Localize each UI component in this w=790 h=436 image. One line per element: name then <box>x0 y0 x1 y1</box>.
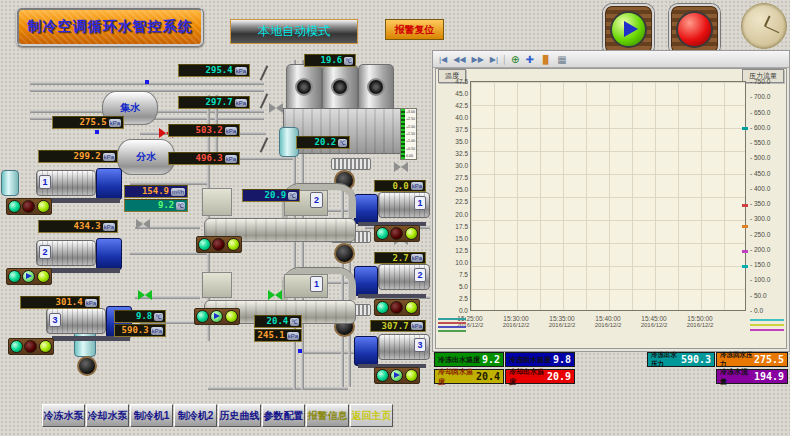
chiller-number: 2 <box>310 192 323 208</box>
bottom-nav: 冷冻水泵 冷却水泵 制冷机1 制冷机2 历史曲线 参数配置 报警信息 返回主页 <box>42 404 394 427</box>
level-label: +1.00 <box>406 139 420 143</box>
tower-basin-temp-display: 20.2℃ <box>296 136 350 149</box>
chart-plot-area[interactable] <box>470 81 746 311</box>
tower-level-gauge: +3.00+2.50+2.00+1.50+1.00+0.500.00 <box>400 108 417 160</box>
system-title: 制冷空调循环水智控系统 <box>16 7 204 47</box>
first-icon[interactable]: |◀ <box>437 55 449 64</box>
y-tick: 47.5 <box>455 78 468 85</box>
y-tick: 10.0 <box>455 259 468 266</box>
line-pressure-display: 503.2kPa <box>168 124 240 137</box>
status-chilled-return-temp: 冷冻回水温度9.8 <box>505 352 575 367</box>
status-chilled-out-press: 冷冻出水压力590.3 <box>647 352 715 367</box>
nav-history-curve[interactable]: 历史曲线 <box>218 404 261 427</box>
y-tick: 750.0 <box>750 78 770 85</box>
fan-icon <box>331 78 349 96</box>
y-tick: 5.0 <box>459 283 468 290</box>
valve-icon[interactable] <box>269 103 283 113</box>
y-tick: 0.0 <box>459 307 468 314</box>
y-tick: 500.0 <box>750 154 770 161</box>
valve-icon[interactable] <box>394 162 408 172</box>
nav-alarm-info[interactable]: 报警信息 <box>306 404 349 427</box>
y-tick: 7.5 <box>459 271 468 278</box>
nav-chilled-pumps[interactable]: 冷冻水泵 <box>42 404 85 427</box>
valve-icon[interactable] <box>136 219 150 229</box>
pump-volute <box>354 336 378 366</box>
clock-icon <box>741 3 787 49</box>
chilled-flow-temp-stack: 154.9m³/h 9.2℃ <box>124 185 188 212</box>
alarm-reset-button[interactable]: 报警复位 <box>385 19 444 40</box>
y-tick: 550.0 <box>750 139 770 146</box>
flow-marker <box>95 130 99 134</box>
nav-cooling-pumps[interactable]: 冷却水泵 <box>86 404 129 427</box>
y-tick: 100.0 <box>750 276 770 283</box>
toolbar-separator: │ <box>502 55 507 64</box>
mode-button[interactable]: 本地自动模式 <box>230 19 358 44</box>
cooling-water-pump-3[interactable]: 3 <box>354 328 432 368</box>
pump2-status-lights <box>6 268 52 285</box>
pump-base <box>42 198 120 203</box>
y-tick: 650.0 <box>750 109 770 116</box>
y-tick: 50.0 <box>750 292 767 299</box>
flex-connector <box>331 158 371 170</box>
y-tick: 200.0 <box>750 246 770 253</box>
fan-icon <box>295 78 313 96</box>
left-axis-ticks: 47.545.042.540.037.535.032.530.027.525.0… <box>438 78 468 314</box>
nav-parameter-config[interactable]: 参数配置 <box>262 404 305 427</box>
forward-icon[interactable]: ▶▶ <box>470 55 486 64</box>
cooling-pump1-status-lights <box>374 225 420 242</box>
legend-left <box>437 315 467 335</box>
chart-toolbar: |◀ ◀◀ ▶▶ ▶| │ ⊕ ✚ ▐▌ ▦ <box>433 51 789 68</box>
stop-icon <box>676 11 713 48</box>
y-tick: 250.0 <box>750 231 770 238</box>
pump1-status-lights <box>6 198 52 215</box>
dosing-tank <box>1 170 19 196</box>
start-button[interactable] <box>603 4 654 55</box>
pump-number: 3 <box>49 313 61 327</box>
y-tick: 600.0 <box>750 124 770 131</box>
chilled-return-temp-display: 9.8℃ <box>114 310 166 323</box>
pipe-break-mark <box>260 137 269 152</box>
last-icon[interactable]: ▶| <box>488 55 500 64</box>
chiller2-status-lights <box>196 236 242 253</box>
nav-return-home[interactable]: 返回主页 <box>350 404 393 427</box>
y-tick: 27.5 <box>455 174 468 181</box>
nav-chiller-1[interactable]: 制冷机1 <box>130 404 173 427</box>
flow-marker <box>298 349 302 353</box>
dosing-pump <box>77 356 97 376</box>
rewind-icon[interactable]: ◀◀ <box>451 55 467 64</box>
y-tick: 15.0 <box>455 235 468 242</box>
right-axis-ticks: 750.0700.0650.0600.0550.0500.0450.0400.0… <box>750 78 788 314</box>
pump-number: 3 <box>414 338 426 352</box>
y-tick: 350.0 <box>750 200 770 207</box>
zoom-icon[interactable]: ⊕ <box>509 54 521 65</box>
pen-marker <box>742 225 748 228</box>
pan-icon[interactable]: ✚ <box>523 54 535 65</box>
y-tick: 17.5 <box>455 223 468 230</box>
legend-right <box>749 315 785 335</box>
cooling-pump3-display: 307.7kPa <box>370 320 426 332</box>
stop-button[interactable] <box>669 4 720 55</box>
chilled-supply-press-display: 590.3kPa <box>114 324 166 337</box>
pause-icon[interactable]: ▐▌ <box>538 55 553 64</box>
trend-chart-panel: |◀ ◀◀ ▶▶ ▶| │ ⊕ ✚ ▐▌ ▦ 温度 压力流量 47.545.04… <box>432 50 790 352</box>
level-label: +0.50 <box>406 147 420 151</box>
y-tick: 22.5 <box>455 198 468 205</box>
y-tick: 35.0 <box>455 138 468 145</box>
level-label: +3.00 <box>406 110 420 114</box>
return-press-display: 245.1kPa <box>254 329 302 342</box>
pump-number: 2 <box>414 268 426 282</box>
y-tick: 0.0 <box>750 307 763 314</box>
nav-chiller-2[interactable]: 制冷机2 <box>174 404 217 427</box>
status-chilled-out-temp: 冷冻出水温度9.2 <box>434 352 504 367</box>
fan-icon <box>367 78 385 96</box>
pipe-segment <box>208 387 348 390</box>
line-pressure-display: 496.3kPa <box>168 152 240 165</box>
pump-number: 1 <box>414 196 426 210</box>
grid-icon[interactable]: ▦ <box>555 54 568 65</box>
chiller-cabinet <box>202 272 232 298</box>
level-label: 0.00 <box>406 154 420 158</box>
pen-marker <box>742 127 748 130</box>
pipe-break-mark <box>260 65 269 80</box>
y-tick: 20.0 <box>455 211 468 218</box>
y-tick: 2.5 <box>459 295 468 302</box>
